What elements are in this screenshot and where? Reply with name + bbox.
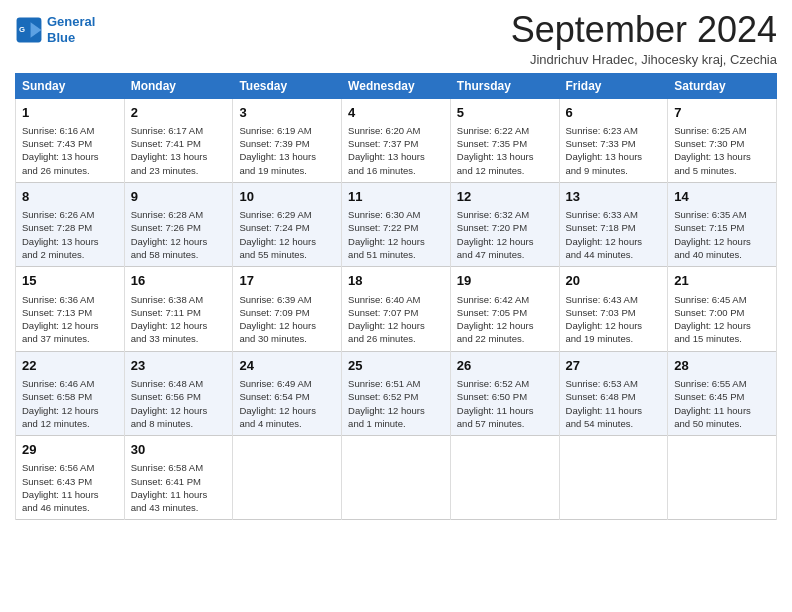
logo-line1: General — [47, 14, 95, 29]
calendar-week-1: 1Sunrise: 6:16 AM Sunset: 7:43 PM Daylig… — [16, 98, 777, 182]
calendar-cell — [342, 436, 451, 520]
day-number: 6 — [566, 104, 662, 122]
calendar-cell: 4Sunrise: 6:20 AM Sunset: 7:37 PM Daylig… — [342, 98, 451, 182]
weekday-header-row: SundayMondayTuesdayWednesdayThursdayFrid… — [16, 73, 777, 98]
calendar-cell — [450, 436, 559, 520]
calendar-cell: 10Sunrise: 6:29 AM Sunset: 7:24 PM Dayli… — [233, 182, 342, 266]
calendar-cell: 8Sunrise: 6:26 AM Sunset: 7:28 PM Daylig… — [16, 182, 125, 266]
weekday-header-monday: Monday — [124, 73, 233, 98]
calendar-cell: 12Sunrise: 6:32 AM Sunset: 7:20 PM Dayli… — [450, 182, 559, 266]
weekday-header-wednesday: Wednesday — [342, 73, 451, 98]
day-number: 15 — [22, 272, 118, 290]
calendar-week-2: 8Sunrise: 6:26 AM Sunset: 7:28 PM Daylig… — [16, 182, 777, 266]
calendar-cell: 1Sunrise: 6:16 AM Sunset: 7:43 PM Daylig… — [16, 98, 125, 182]
weekday-header-friday: Friday — [559, 73, 668, 98]
day-number: 5 — [457, 104, 553, 122]
day-info: Sunrise: 6:23 AM Sunset: 7:33 PM Dayligh… — [566, 124, 662, 177]
weekday-header-sunday: Sunday — [16, 73, 125, 98]
logo-line2: Blue — [47, 30, 75, 45]
day-number: 21 — [674, 272, 770, 290]
calendar-cell: 23Sunrise: 6:48 AM Sunset: 6:56 PM Dayli… — [124, 351, 233, 435]
day-number: 17 — [239, 272, 335, 290]
calendar-cell: 5Sunrise: 6:22 AM Sunset: 7:35 PM Daylig… — [450, 98, 559, 182]
day-number: 18 — [348, 272, 444, 290]
logo: G General Blue — [15, 14, 95, 45]
calendar-cell: 17Sunrise: 6:39 AM Sunset: 7:09 PM Dayli… — [233, 267, 342, 351]
day-info: Sunrise: 6:17 AM Sunset: 7:41 PM Dayligh… — [131, 124, 227, 177]
day-info: Sunrise: 6:38 AM Sunset: 7:11 PM Dayligh… — [131, 293, 227, 346]
day-number: 24 — [239, 357, 335, 375]
calendar-cell: 11Sunrise: 6:30 AM Sunset: 7:22 PM Dayli… — [342, 182, 451, 266]
day-number: 16 — [131, 272, 227, 290]
calendar-cell: 19Sunrise: 6:42 AM Sunset: 7:05 PM Dayli… — [450, 267, 559, 351]
day-info: Sunrise: 6:32 AM Sunset: 7:20 PM Dayligh… — [457, 208, 553, 261]
page-header: G General Blue September 2024 Jindrichuv… — [15, 10, 777, 67]
calendar-cell: 24Sunrise: 6:49 AM Sunset: 6:54 PM Dayli… — [233, 351, 342, 435]
calendar-cell — [668, 436, 777, 520]
calendar-cell: 25Sunrise: 6:51 AM Sunset: 6:52 PM Dayli… — [342, 351, 451, 435]
day-number: 14 — [674, 188, 770, 206]
calendar-cell: 28Sunrise: 6:55 AM Sunset: 6:45 PM Dayli… — [668, 351, 777, 435]
svg-text:G: G — [19, 24, 25, 33]
day-info: Sunrise: 6:49 AM Sunset: 6:54 PM Dayligh… — [239, 377, 335, 430]
day-info: Sunrise: 6:33 AM Sunset: 7:18 PM Dayligh… — [566, 208, 662, 261]
day-info: Sunrise: 6:55 AM Sunset: 6:45 PM Dayligh… — [674, 377, 770, 430]
calendar-cell — [559, 436, 668, 520]
calendar-cell: 14Sunrise: 6:35 AM Sunset: 7:15 PM Dayli… — [668, 182, 777, 266]
day-number: 23 — [131, 357, 227, 375]
day-number: 9 — [131, 188, 227, 206]
day-info: Sunrise: 6:35 AM Sunset: 7:15 PM Dayligh… — [674, 208, 770, 261]
day-number: 30 — [131, 441, 227, 459]
day-info: Sunrise: 6:42 AM Sunset: 7:05 PM Dayligh… — [457, 293, 553, 346]
day-number: 28 — [674, 357, 770, 375]
day-number: 11 — [348, 188, 444, 206]
calendar-cell: 9Sunrise: 6:28 AM Sunset: 7:26 PM Daylig… — [124, 182, 233, 266]
calendar-cell: 3Sunrise: 6:19 AM Sunset: 7:39 PM Daylig… — [233, 98, 342, 182]
day-info: Sunrise: 6:20 AM Sunset: 7:37 PM Dayligh… — [348, 124, 444, 177]
logo-icon: G — [15, 16, 43, 44]
day-number: 4 — [348, 104, 444, 122]
day-number: 20 — [566, 272, 662, 290]
title-block: September 2024 Jindrichuv Hradec, Jihoce… — [511, 10, 777, 67]
calendar-body: 1Sunrise: 6:16 AM Sunset: 7:43 PM Daylig… — [16, 98, 777, 520]
calendar-week-5: 29Sunrise: 6:56 AM Sunset: 6:43 PM Dayli… — [16, 436, 777, 520]
calendar-cell: 29Sunrise: 6:56 AM Sunset: 6:43 PM Dayli… — [16, 436, 125, 520]
day-info: Sunrise: 6:46 AM Sunset: 6:58 PM Dayligh… — [22, 377, 118, 430]
calendar-cell: 27Sunrise: 6:53 AM Sunset: 6:48 PM Dayli… — [559, 351, 668, 435]
calendar-cell: 22Sunrise: 6:46 AM Sunset: 6:58 PM Dayli… — [16, 351, 125, 435]
calendar-cell — [233, 436, 342, 520]
calendar-cell: 15Sunrise: 6:36 AM Sunset: 7:13 PM Dayli… — [16, 267, 125, 351]
day-number: 26 — [457, 357, 553, 375]
day-info: Sunrise: 6:52 AM Sunset: 6:50 PM Dayligh… — [457, 377, 553, 430]
calendar-cell: 21Sunrise: 6:45 AM Sunset: 7:00 PM Dayli… — [668, 267, 777, 351]
day-number: 8 — [22, 188, 118, 206]
day-number: 1 — [22, 104, 118, 122]
day-number: 2 — [131, 104, 227, 122]
day-info: Sunrise: 6:29 AM Sunset: 7:24 PM Dayligh… — [239, 208, 335, 261]
weekday-header-saturday: Saturday — [668, 73, 777, 98]
day-info: Sunrise: 6:40 AM Sunset: 7:07 PM Dayligh… — [348, 293, 444, 346]
day-number: 29 — [22, 441, 118, 459]
day-info: Sunrise: 6:28 AM Sunset: 7:26 PM Dayligh… — [131, 208, 227, 261]
day-info: Sunrise: 6:45 AM Sunset: 7:00 PM Dayligh… — [674, 293, 770, 346]
day-info: Sunrise: 6:58 AM Sunset: 6:41 PM Dayligh… — [131, 461, 227, 514]
calendar-cell: 18Sunrise: 6:40 AM Sunset: 7:07 PM Dayli… — [342, 267, 451, 351]
day-info: Sunrise: 6:56 AM Sunset: 6:43 PM Dayligh… — [22, 461, 118, 514]
calendar-cell: 2Sunrise: 6:17 AM Sunset: 7:41 PM Daylig… — [124, 98, 233, 182]
day-number: 3 — [239, 104, 335, 122]
calendar-table: SundayMondayTuesdayWednesdayThursdayFrid… — [15, 73, 777, 521]
day-number: 25 — [348, 357, 444, 375]
day-number: 22 — [22, 357, 118, 375]
day-number: 7 — [674, 104, 770, 122]
weekday-header-tuesday: Tuesday — [233, 73, 342, 98]
calendar-header: SundayMondayTuesdayWednesdayThursdayFrid… — [16, 73, 777, 98]
weekday-header-thursday: Thursday — [450, 73, 559, 98]
calendar-cell: 7Sunrise: 6:25 AM Sunset: 7:30 PM Daylig… — [668, 98, 777, 182]
calendar-cell: 16Sunrise: 6:38 AM Sunset: 7:11 PM Dayli… — [124, 267, 233, 351]
day-info: Sunrise: 6:39 AM Sunset: 7:09 PM Dayligh… — [239, 293, 335, 346]
day-number: 12 — [457, 188, 553, 206]
day-number: 19 — [457, 272, 553, 290]
calendar-cell: 13Sunrise: 6:33 AM Sunset: 7:18 PM Dayli… — [559, 182, 668, 266]
day-info: Sunrise: 6:36 AM Sunset: 7:13 PM Dayligh… — [22, 293, 118, 346]
calendar-cell: 20Sunrise: 6:43 AM Sunset: 7:03 PM Dayli… — [559, 267, 668, 351]
